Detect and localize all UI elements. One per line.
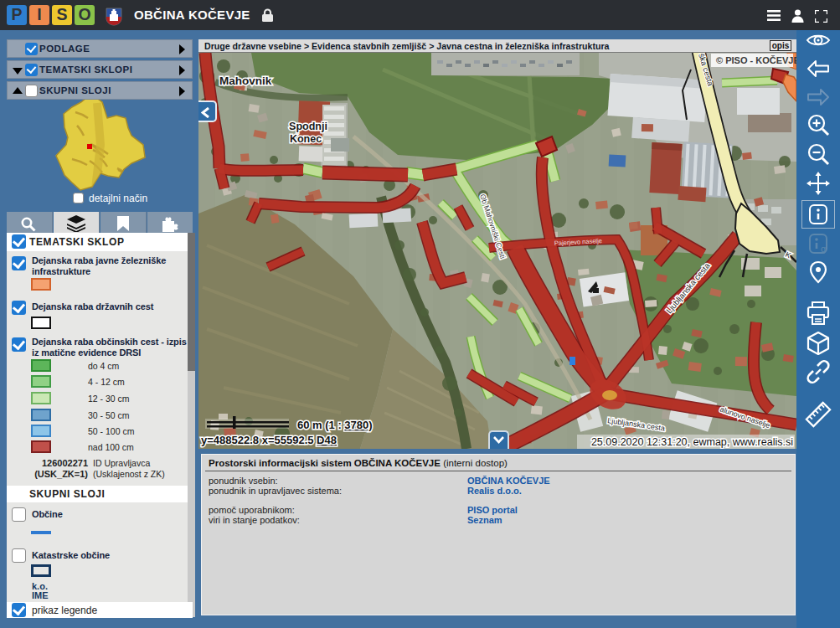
svg-text:y=488522.8 x=55592.5 D48: y=488522.8 x=55592.5 D48 xyxy=(201,434,337,446)
svg-text:60 m (1 : 3780): 60 m (1 : 3780) xyxy=(297,419,373,431)
svg-text:Spodnji: Spodnji xyxy=(289,121,327,132)
svg-text:© PISO - KOČEVJE: © PISO - KOČEVJE xyxy=(716,55,796,65)
svg-text:Mahovnik: Mahovnik xyxy=(219,75,272,87)
svg-text:g: g xyxy=(821,244,826,254)
svg-text:25.09.2020 12:31:20, ewmap, ww: 25.09.2020 12:31:20, ewmap, www.realis.s… xyxy=(591,436,793,448)
svg-text:Konec: Konec xyxy=(290,133,322,145)
